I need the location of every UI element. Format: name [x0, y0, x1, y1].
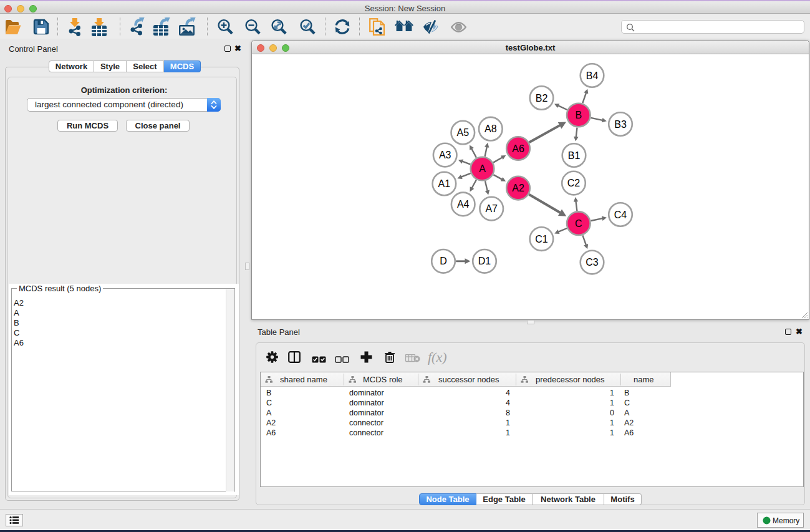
svg-text:A: A	[479, 163, 486, 174]
svg-text:A4: A4	[457, 199, 470, 210]
svg-text:B2: B2	[536, 93, 548, 104]
svg-text:C1: C1	[535, 234, 548, 244]
svg-text:C2: C2	[567, 178, 581, 188]
svg-text:B4: B4	[586, 70, 599, 81]
svg-text:D1: D1	[478, 256, 491, 266]
svg-text:A1: A1	[438, 178, 451, 189]
svg-text:D: D	[440, 256, 447, 266]
svg-text:C: C	[575, 218, 582, 229]
svg-text:A6: A6	[512, 143, 524, 154]
svg-text:C3: C3	[586, 257, 599, 268]
svg-text:A5: A5	[457, 127, 470, 138]
svg-text:A3: A3	[439, 150, 451, 160]
svg-text:B1: B1	[568, 150, 581, 161]
svg-text:B: B	[575, 110, 582, 120]
svg-text:C4: C4	[614, 210, 627, 220]
svg-text:A2: A2	[512, 183, 524, 193]
svg-text:A8: A8	[485, 123, 497, 134]
svg-text:A7: A7	[485, 203, 498, 214]
svg-text:B3: B3	[614, 119, 627, 130]
